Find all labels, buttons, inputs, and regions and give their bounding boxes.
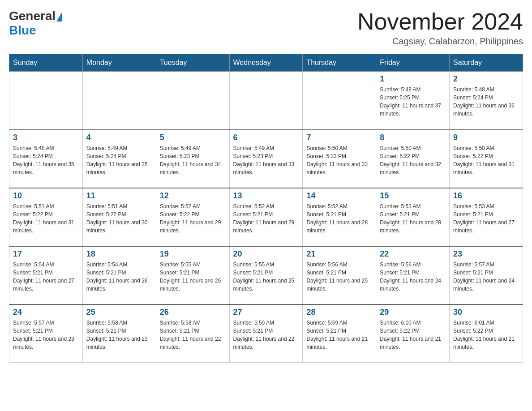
calendar-cell [9, 72, 83, 130]
col-header-saturday: Saturday [450, 54, 523, 72]
day-number: 19 [160, 249, 226, 259]
day-info: Sunrise: 5:59 AM Sunset: 5:21 PM Dayligh… [233, 319, 299, 351]
calendar-cell: 6Sunrise: 5:49 AM Sunset: 5:23 PM Daylig… [229, 130, 303, 188]
calendar-cell: 22Sunrise: 5:56 AM Sunset: 5:21 PM Dayli… [376, 246, 450, 304]
day-number: 11 [86, 191, 152, 201]
calendar-cell: 12Sunrise: 5:52 AM Sunset: 5:22 PM Dayli… [156, 188, 229, 246]
calendar-cell: 11Sunrise: 5:51 AM Sunset: 5:22 PM Dayli… [82, 188, 156, 246]
day-number: 10 [13, 191, 79, 201]
day-number: 29 [380, 308, 446, 317]
day-number: 21 [306, 249, 372, 259]
calendar-cell: 25Sunrise: 5:58 AM Sunset: 5:21 PM Dayli… [82, 304, 156, 363]
day-info: Sunrise: 5:48 AM Sunset: 5:24 PM Dayligh… [453, 86, 519, 118]
day-number: 28 [306, 308, 372, 317]
day-number: 4 [86, 133, 152, 142]
col-header-sunday: Sunday [9, 54, 83, 72]
calendar-cell [303, 72, 376, 130]
calendar-week-4: 17Sunrise: 5:54 AM Sunset: 5:21 PM Dayli… [9, 246, 523, 304]
calendar-week-1: 1Sunrise: 5:48 AM Sunset: 5:25 PM Daylig… [9, 72, 523, 130]
day-info: Sunrise: 5:57 AM Sunset: 5:21 PM Dayligh… [13, 319, 79, 351]
calendar-week-2: 3Sunrise: 5:48 AM Sunset: 5:24 PM Daylig… [9, 130, 523, 188]
day-info: Sunrise: 5:50 AM Sunset: 5:22 PM Dayligh… [453, 144, 519, 176]
calendar-cell: 5Sunrise: 5:49 AM Sunset: 5:23 PM Daylig… [156, 130, 229, 188]
calendar-cell: 29Sunrise: 6:00 AM Sunset: 5:22 PM Dayli… [376, 304, 450, 363]
day-info: Sunrise: 5:54 AM Sunset: 5:21 PM Dayligh… [13, 261, 79, 293]
col-header-monday: Monday [82, 54, 156, 72]
day-number: 13 [233, 191, 299, 201]
day-number: 24 [13, 308, 79, 317]
day-info: Sunrise: 5:49 AM Sunset: 5:23 PM Dayligh… [233, 144, 299, 176]
day-info: Sunrise: 5:56 AM Sunset: 5:21 PM Dayligh… [380, 261, 446, 293]
calendar-cell: 26Sunrise: 5:58 AM Sunset: 5:21 PM Dayli… [156, 304, 229, 363]
page-header: General Blue November 2024 Cagsiay, Cala… [9, 9, 523, 47]
calendar-cell: 27Sunrise: 5:59 AM Sunset: 5:21 PM Dayli… [229, 304, 303, 363]
day-number: 7 [306, 133, 372, 142]
day-number: 6 [233, 133, 299, 142]
day-info: Sunrise: 5:55 AM Sunset: 5:21 PM Dayligh… [233, 261, 299, 293]
day-info: Sunrise: 5:49 AM Sunset: 5:24 PM Dayligh… [86, 144, 152, 176]
day-number: 27 [233, 308, 299, 317]
calendar-cell: 20Sunrise: 5:55 AM Sunset: 5:21 PM Dayli… [229, 246, 303, 304]
calendar-cell: 7Sunrise: 5:50 AM Sunset: 5:23 PM Daylig… [303, 130, 376, 188]
logo-blue-text: Blue [9, 23, 36, 38]
day-number: 15 [380, 191, 446, 201]
day-number: 3 [13, 133, 79, 142]
month-title: November 2024 [357, 9, 523, 34]
day-number: 23 [453, 249, 519, 259]
day-number: 2 [453, 74, 519, 84]
day-info: Sunrise: 5:51 AM Sunset: 5:22 PM Dayligh… [13, 202, 79, 235]
day-info: Sunrise: 5:51 AM Sunset: 5:22 PM Dayligh… [86, 202, 152, 235]
day-info: Sunrise: 5:48 AM Sunset: 5:24 PM Dayligh… [13, 144, 79, 176]
calendar-cell: 14Sunrise: 5:52 AM Sunset: 5:21 PM Dayli… [303, 188, 376, 246]
day-info: Sunrise: 5:58 AM Sunset: 5:21 PM Dayligh… [86, 319, 152, 351]
day-info: Sunrise: 5:54 AM Sunset: 5:21 PM Dayligh… [86, 261, 152, 293]
calendar-cell: 23Sunrise: 5:57 AM Sunset: 5:21 PM Dayli… [450, 246, 523, 304]
day-info: Sunrise: 5:48 AM Sunset: 5:25 PM Dayligh… [380, 86, 446, 118]
col-header-wednesday: Wednesday [229, 54, 303, 72]
calendar-cell: 18Sunrise: 5:54 AM Sunset: 5:21 PM Dayli… [82, 246, 156, 304]
day-number: 14 [306, 191, 372, 201]
day-info: Sunrise: 5:53 AM Sunset: 5:21 PM Dayligh… [380, 202, 446, 235]
logo: General Blue [9, 9, 63, 38]
calendar-week-5: 24Sunrise: 5:57 AM Sunset: 5:21 PM Dayli… [9, 304, 523, 363]
calendar-cell [229, 72, 303, 130]
col-header-tuesday: Tuesday [156, 54, 229, 72]
calendar-cell: 24Sunrise: 5:57 AM Sunset: 5:21 PM Dayli… [9, 304, 83, 363]
day-info: Sunrise: 5:53 AM Sunset: 5:21 PM Dayligh… [453, 202, 519, 235]
calendar-cell: 2Sunrise: 5:48 AM Sunset: 5:24 PM Daylig… [450, 72, 523, 130]
location-subtitle: Cagsiay, Calabarzon, Philippines [357, 36, 523, 47]
day-number: 8 [380, 133, 446, 142]
logo-triangle-icon [56, 13, 62, 21]
calendar-cell: 4Sunrise: 5:49 AM Sunset: 5:24 PM Daylig… [82, 130, 156, 188]
calendar-cell: 21Sunrise: 5:56 AM Sunset: 5:21 PM Dayli… [303, 246, 376, 304]
day-info: Sunrise: 6:01 AM Sunset: 5:22 PM Dayligh… [453, 319, 519, 351]
calendar-cell: 30Sunrise: 6:01 AM Sunset: 5:22 PM Dayli… [450, 304, 523, 363]
day-info: Sunrise: 5:56 AM Sunset: 5:21 PM Dayligh… [306, 261, 372, 293]
day-number: 12 [160, 191, 226, 201]
day-number: 26 [160, 308, 226, 317]
day-info: Sunrise: 5:49 AM Sunset: 5:23 PM Dayligh… [160, 144, 226, 176]
calendar-cell: 17Sunrise: 5:54 AM Sunset: 5:21 PM Dayli… [9, 246, 83, 304]
calendar-cell: 15Sunrise: 5:53 AM Sunset: 5:21 PM Dayli… [376, 188, 450, 246]
col-header-friday: Friday [376, 54, 450, 72]
calendar-cell: 3Sunrise: 5:48 AM Sunset: 5:24 PM Daylig… [9, 130, 83, 188]
calendar-cell [82, 72, 156, 130]
day-number: 20 [233, 249, 299, 259]
calendar-cell: 19Sunrise: 5:55 AM Sunset: 5:21 PM Dayli… [156, 246, 229, 304]
day-info: Sunrise: 5:58 AM Sunset: 5:21 PM Dayligh… [160, 319, 226, 351]
logo-general-text: General [9, 9, 56, 23]
day-number: 16 [453, 191, 519, 201]
day-number: 25 [86, 308, 152, 317]
day-info: Sunrise: 5:50 AM Sunset: 5:22 PM Dayligh… [380, 144, 446, 176]
calendar-header-row: SundayMondayTuesdayWednesdayThursdayFrid… [9, 54, 523, 72]
calendar-cell: 1Sunrise: 5:48 AM Sunset: 5:25 PM Daylig… [376, 72, 450, 130]
day-info: Sunrise: 5:52 AM Sunset: 5:22 PM Dayligh… [160, 202, 226, 235]
calendar-cell: 16Sunrise: 5:53 AM Sunset: 5:21 PM Dayli… [450, 188, 523, 246]
day-info: Sunrise: 5:52 AM Sunset: 5:21 PM Dayligh… [233, 202, 299, 235]
day-info: Sunrise: 5:59 AM Sunset: 5:21 PM Dayligh… [306, 319, 372, 351]
calendar-cell: 9Sunrise: 5:50 AM Sunset: 5:22 PM Daylig… [450, 130, 523, 188]
day-info: Sunrise: 6:00 AM Sunset: 5:22 PM Dayligh… [380, 319, 446, 351]
day-number: 22 [380, 249, 446, 259]
day-number: 5 [160, 133, 226, 142]
calendar-table: SundayMondayTuesdayWednesdayThursdayFrid… [9, 54, 523, 363]
